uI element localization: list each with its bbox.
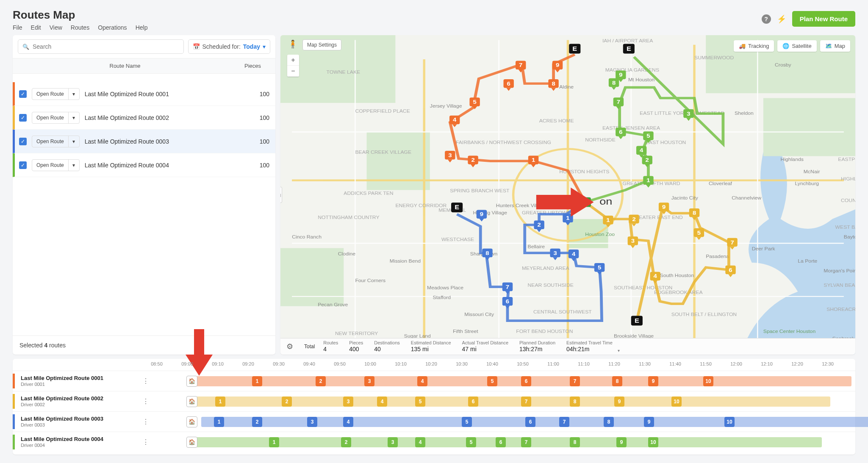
open-route-button[interactable]: Open Route▾ <box>32 136 80 147</box>
timeline-stop[interactable]: 3 <box>307 417 317 427</box>
timeline-stop[interactable]: 2 <box>282 396 292 407</box>
timeline-stop[interactable]: 8 <box>570 396 580 407</box>
plan-new-route-button[interactable]: Plan New Route <box>792 11 855 27</box>
scheduled-filter[interactable]: 📅 Scheduled for: Today ▾ <box>188 39 271 54</box>
satellite-toggle[interactable]: 🌐Satellite <box>777 40 816 52</box>
open-route-button[interactable]: Open Route▾ <box>32 159 80 171</box>
chevron-down-icon[interactable]: ▾ <box>68 89 79 100</box>
timeline-stop[interactable]: 5 <box>466 437 476 447</box>
route-row[interactable]: ✓Open Route▾Last Mile Optimized Route 00… <box>13 82 275 106</box>
timeline-row-label[interactable]: Last Mile Optimized Route 0002Driver 000… <box>13 394 153 409</box>
timeline-stop[interactable]: 9 <box>616 437 627 447</box>
home-icon[interactable]: 🏠 <box>186 437 197 448</box>
menu-operations[interactable]: Operations <box>98 24 127 31</box>
timeline-stop[interactable]: 1 <box>252 376 262 386</box>
timeline-stop[interactable]: 3 <box>364 376 374 386</box>
home-icon[interactable]: 🏠 <box>186 396 197 407</box>
timeline-row-label[interactable]: Last Mile Optimized Route 0001Driver 000… <box>13 374 153 389</box>
map-toggle[interactable]: 🗺️Map <box>820 40 850 52</box>
map-canvas[interactable]: TOWNE LAKECOPPERFIELD PLACEBEAR CREEK VI… <box>280 35 855 355</box>
timeline-row-label[interactable]: Last Mile Optimized Route 0004Driver 000… <box>13 435 153 450</box>
menu-view[interactable]: View <box>50 24 62 31</box>
timeline-stop[interactable]: 10 <box>724 417 735 427</box>
chevron-down-icon[interactable]: ▾ <box>68 136 79 147</box>
timeline-stop[interactable]: 3 <box>343 396 353 407</box>
timeline-stop[interactable]: 5 <box>487 376 497 386</box>
timeline-row-label[interactable]: Last Mile Optimized Route 0003Driver 000… <box>13 414 153 430</box>
map-special-marker[interactable]: E <box>451 202 463 212</box>
timeline-stop[interactable]: 1 <box>215 396 225 407</box>
timeline-stop[interactable]: 8 <box>612 376 622 386</box>
timeline-stop[interactable]: 4 <box>377 396 387 407</box>
timeline-stop[interactable]: 9 <box>614 396 624 407</box>
timeline-stop[interactable]: 6 <box>525 417 535 427</box>
kebab-icon[interactable]: ⋮ <box>142 418 149 426</box>
panel-collapse-handle[interactable]: ◀ <box>280 187 282 203</box>
kebab-icon[interactable]: ⋮ <box>142 377 149 385</box>
timeline-track[interactable]: 🏠12345678910 <box>153 374 855 388</box>
chevron-down-icon[interactable]: ▾ <box>618 348 620 353</box>
timeline-stop[interactable]: 3 <box>388 437 398 447</box>
timeline-stop[interactable]: 1 <box>269 437 279 447</box>
timeline-track[interactable]: 🏠12345678910 <box>153 435 855 449</box>
chevron-down-icon[interactable]: ▾ <box>68 112 79 123</box>
search-input[interactable] <box>33 43 179 50</box>
timeline-stop[interactable]: 8 <box>604 417 614 427</box>
timeline-stop[interactable]: 8 <box>570 437 580 447</box>
route-checkbox[interactable]: ✓ <box>19 90 27 98</box>
open-route-button[interactable]: Open Route▾ <box>32 88 80 100</box>
timeline-stop[interactable]: 10 <box>671 396 682 407</box>
zoom-in-button[interactable]: + <box>287 55 299 66</box>
timeline-stop[interactable]: 4 <box>415 437 425 447</box>
menu-help[interactable]: Help <box>136 24 148 31</box>
open-route-button[interactable]: Open Route▾ <box>32 112 80 124</box>
map-special-marker[interactable]: E <box>569 44 580 54</box>
route-row[interactable]: ✓Open Route▾Last Mile Optimized Route 00… <box>13 153 275 177</box>
timeline-stop[interactable]: 1 <box>214 417 224 427</box>
route-checkbox[interactable]: ✓ <box>19 161 27 169</box>
timeline-stop[interactable]: 5 <box>462 417 472 427</box>
timeline-stop[interactable]: 9 <box>644 417 654 427</box>
map-settings-button[interactable]: Map Settings <box>302 39 341 50</box>
timeline-track[interactable]: 🏠12345678910 <box>153 395 855 408</box>
timeline-stop[interactable]: 6 <box>521 376 531 386</box>
menu-file[interactable]: File <box>13 24 22 31</box>
route-checkbox[interactable]: ✓ <box>19 114 27 122</box>
search-input-wrap[interactable]: 🔍 <box>18 39 184 54</box>
timeline-stop[interactable]: 2 <box>252 417 262 427</box>
help-icon[interactable]: ? <box>762 14 771 24</box>
map-special-marker[interactable]: E <box>631 316 643 326</box>
timeline-stop[interactable]: 7 <box>559 417 569 427</box>
timeline-stop[interactable]: 5 <box>415 396 425 407</box>
timeline-stop[interactable]: 4 <box>417 376 427 386</box>
zoom-out-button[interactable]: − <box>287 66 299 77</box>
timeline-stop[interactable]: 10 <box>648 437 658 447</box>
chevron-down-icon[interactable]: ▾ <box>68 160 79 171</box>
home-icon[interactable]: 🏠 <box>186 416 197 427</box>
timeline-stop[interactable]: 6 <box>468 396 478 407</box>
timeline-stop[interactable]: 4 <box>343 417 353 427</box>
timeline-stop[interactable]: 7 <box>570 376 580 386</box>
timeline-stop[interactable]: 2 <box>316 376 326 386</box>
timeline-track[interactable]: 🏠12345678910 <box>153 415 855 429</box>
timeline-stop[interactable]: 2 <box>341 437 351 447</box>
route-checkbox[interactable]: ✓ <box>19 138 27 145</box>
menu-edit[interactable]: Edit <box>31 24 41 31</box>
map-panel[interactable]: TOWNE LAKECOPPERFIELD PLACEBEAR CREEK VI… <box>280 35 855 355</box>
timeline-stop[interactable]: 7 <box>521 396 531 407</box>
map-special-marker[interactable]: E <box>623 44 635 54</box>
timeline-stop[interactable]: 6 <box>496 437 506 447</box>
kebab-icon[interactable]: ⋮ <box>142 397 149 405</box>
home-icon[interactable]: 🏠 <box>186 376 197 387</box>
timeline-stop[interactable]: 7 <box>521 437 531 447</box>
gear-icon[interactable]: ⚙ <box>286 342 293 351</box>
route-row[interactable]: ✓Open Route▾Last Mile Optimized Route 00… <box>13 130 275 153</box>
bolt-icon[interactable]: ⚡ <box>777 14 786 24</box>
tracking-toggle[interactable]: 🚚Tracking <box>734 40 774 52</box>
menu-routes[interactable]: Routes <box>71 24 89 31</box>
pegman-icon[interactable]: 🧍 <box>288 39 297 49</box>
route-row[interactable]: ✓Open Route▾Last Mile Optimized Route 00… <box>13 106 275 130</box>
timeline-stop[interactable]: 10 <box>703 376 713 386</box>
kebab-icon[interactable]: ⋮ <box>142 438 149 446</box>
timeline-stop[interactable]: 9 <box>648 376 658 386</box>
